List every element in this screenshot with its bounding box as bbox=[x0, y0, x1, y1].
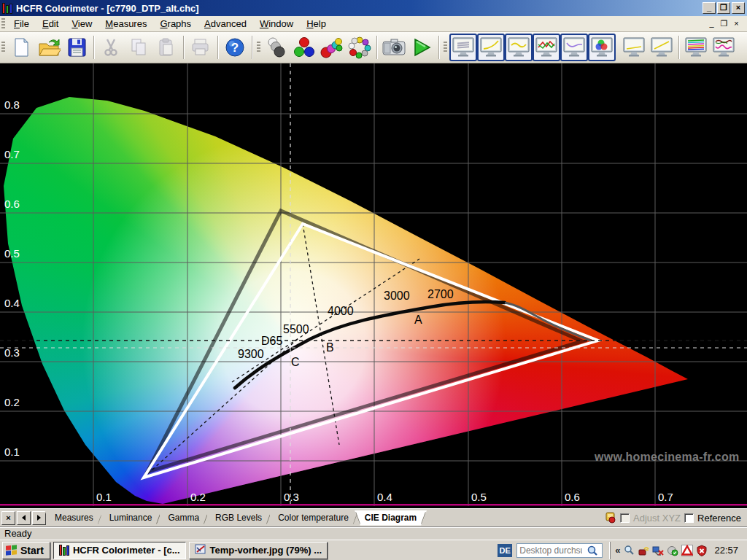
tab-color-temperature[interactable]: Color temperature bbox=[268, 510, 359, 526]
view-rgb-levels-button[interactable] bbox=[533, 34, 560, 61]
menu-help[interactable]: Help bbox=[300, 16, 333, 31]
tab-cie-diagram[interactable]: CIE Diagram bbox=[355, 510, 427, 526]
primaries-measure-button[interactable] bbox=[290, 34, 318, 61]
continuous-measure-button[interactable] bbox=[346, 34, 374, 61]
adjust-xyz-label: Adjust XYZ bbox=[633, 513, 681, 524]
tray-network-icon[interactable] bbox=[638, 545, 649, 556]
printer-icon bbox=[190, 36, 211, 58]
tab-rgb-levels[interactable]: RGB Levels bbox=[205, 510, 272, 526]
help-icon: ? bbox=[224, 36, 246, 58]
help-button[interactable]: ? bbox=[221, 34, 249, 61]
toolbar-separator bbox=[93, 36, 94, 59]
copy-button[interactable] bbox=[125, 34, 152, 61]
monitor-rgb-levels-icon bbox=[535, 37, 558, 58]
print-button[interactable] bbox=[187, 34, 214, 61]
y-tick: 0.7 bbox=[4, 148, 20, 160]
search-icon[interactable] bbox=[584, 544, 600, 557]
scroll-tabs-right-button[interactable] bbox=[32, 511, 46, 525]
right-arrow-icon bbox=[37, 515, 41, 521]
view-color-temperature-button[interactable] bbox=[560, 34, 588, 61]
toolbar-separator bbox=[217, 36, 218, 59]
desktop-search-input[interactable] bbox=[517, 545, 584, 556]
start-button[interactable]: Start bbox=[2, 542, 50, 559]
x-tick: 0.1 bbox=[96, 491, 112, 503]
y-tick: 0.4 bbox=[4, 297, 20, 309]
grayscale-measure-button[interactable] bbox=[263, 34, 290, 61]
view-near-black-button[interactable] bbox=[620, 34, 648, 61]
menu-file[interactable]: File bbox=[7, 16, 36, 31]
tray-security-alert-icon[interactable] bbox=[696, 545, 708, 556]
adjust-xyz-checkbox[interactable] bbox=[620, 513, 630, 523]
menu-graphs[interactable]: Graphs bbox=[153, 16, 198, 31]
desktop-search-box bbox=[516, 543, 603, 558]
task-temp-vorher-image[interactable]: Temp-vorher.jpg (79%) ... bbox=[189, 542, 328, 559]
app-icon bbox=[2, 3, 12, 14]
desktop: HCFR Colorimeter - [c7790_DTP_alt.chc] _… bbox=[0, 0, 747, 560]
view-measures-grid-button[interactable] bbox=[449, 34, 477, 61]
cct-label-4000: 4000 bbox=[328, 305, 354, 318]
tab-luminance[interactable]: Luminance bbox=[99, 510, 163, 526]
minimize-button[interactable]: _ bbox=[703, 2, 716, 14]
reference-checkbox[interactable] bbox=[684, 513, 694, 523]
rgb-balls-icon bbox=[293, 36, 316, 59]
cct-label-9300: 9300 bbox=[238, 348, 264, 361]
menubar-grip[interactable] bbox=[1, 18, 5, 30]
run-measures-button[interactable] bbox=[408, 34, 436, 61]
toolbar-grip[interactable] bbox=[1, 42, 5, 53]
menu-view[interactable]: View bbox=[65, 16, 98, 31]
view-cie-diagram-button[interactable] bbox=[588, 34, 616, 61]
language-indicator[interactable]: DE bbox=[498, 544, 512, 557]
illuminant-label-d65: D65 bbox=[261, 335, 282, 348]
monitor-luminance-icon bbox=[479, 37, 503, 58]
view-multi-button[interactable] bbox=[710, 34, 738, 61]
view-gamma-button[interactable] bbox=[505, 34, 533, 61]
graph-tab-bar: × Measures Luminance Gamma RGB Levels Co… bbox=[0, 508, 747, 526]
menu-measures[interactable]: Measures bbox=[98, 16, 153, 31]
monitor-near-white-icon bbox=[650, 37, 673, 58]
title-bar: HCFR Colorimeter - [c7790_DTP_alt.chc] _… bbox=[0, 0, 747, 16]
restore-button[interactable]: ❐ bbox=[717, 2, 730, 14]
cct-label-3000: 3000 bbox=[384, 289, 410, 303]
view-luminance-button[interactable] bbox=[477, 34, 505, 61]
tray-audio-muted-icon[interactable] bbox=[652, 545, 664, 556]
mdi-minimize-button[interactable]: _ bbox=[705, 18, 718, 29]
view-spectrum-button[interactable] bbox=[682, 34, 710, 61]
secondaries-measure-button[interactable] bbox=[318, 34, 346, 61]
close-tab-button[interactable]: × bbox=[1, 511, 15, 525]
toolbar-grip[interactable] bbox=[257, 42, 260, 53]
save-button[interactable] bbox=[63, 34, 90, 61]
view-near-white-button[interactable] bbox=[648, 34, 676, 61]
measured-gamut-triangle bbox=[144, 224, 598, 478]
scroll-tabs-left-button[interactable] bbox=[17, 511, 31, 525]
cct-label-5500: 5500 bbox=[283, 323, 309, 336]
open-folder-icon bbox=[37, 36, 61, 58]
open-file-button[interactable] bbox=[35, 34, 63, 61]
color-ring-balls-icon bbox=[348, 36, 371, 59]
task-hcfr-colorimeter[interactable]: HCFR Colorimeter - [c... bbox=[53, 542, 186, 559]
tab-measures[interactable]: Measures bbox=[44, 510, 104, 526]
tray-magnifier-icon[interactable] bbox=[623, 545, 635, 556]
menu-window[interactable]: Window bbox=[253, 16, 300, 31]
tray-avira-icon[interactable] bbox=[681, 545, 693, 556]
windows-logo-icon bbox=[6, 545, 18, 556]
toolbar-grip[interactable] bbox=[444, 42, 447, 53]
mdi-restore-button[interactable]: ❐ bbox=[718, 18, 730, 29]
menu-advanced[interactable]: Advanced bbox=[198, 16, 253, 31]
cut-button[interactable] bbox=[97, 34, 125, 61]
close-button[interactable]: × bbox=[732, 2, 745, 14]
tray-update-icon[interactable] bbox=[667, 545, 678, 556]
camera-icon bbox=[382, 36, 406, 58]
x-tick: 0.5 bbox=[471, 491, 487, 503]
new-file-button[interactable] bbox=[7, 34, 35, 61]
tab-gamma[interactable]: Gamma bbox=[158, 510, 209, 526]
window-title: HCFR Colorimeter - [c7790_DTP_alt.chc] bbox=[16, 3, 199, 14]
tray-collapse-chevron[interactable]: « bbox=[615, 545, 620, 556]
menu-edit[interactable]: Edit bbox=[36, 16, 65, 31]
capture-button[interactable] bbox=[380, 34, 408, 61]
image-viewer-icon bbox=[195, 543, 206, 557]
gray-balls-icon bbox=[265, 36, 288, 59]
paste-button[interactable] bbox=[152, 34, 180, 61]
color-arc-balls-icon bbox=[320, 36, 344, 59]
illuminant-label-b: B bbox=[326, 341, 334, 354]
mdi-close-button[interactable]: × bbox=[730, 18, 743, 29]
